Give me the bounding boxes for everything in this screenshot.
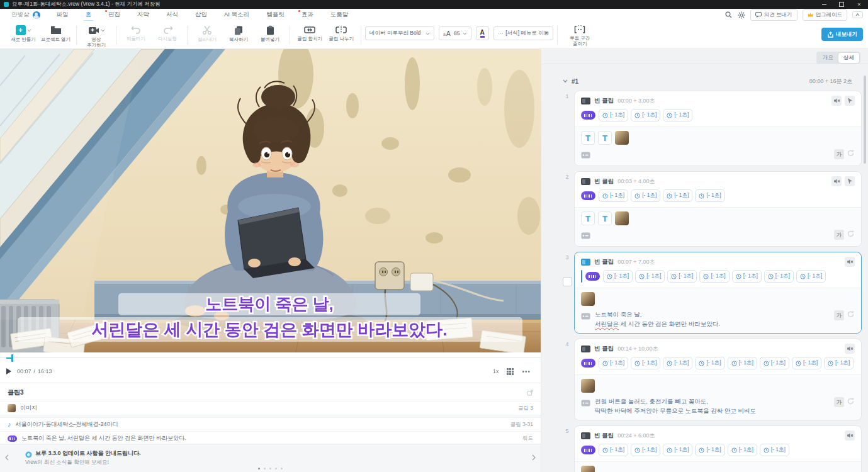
- time-chip[interactable]: [- 1초]: [760, 357, 789, 369]
- minimize-button[interactable]: [815, 0, 833, 9]
- profile[interactable]: 안병삼: [11, 11, 40, 19]
- image-asset[interactable]: [581, 292, 595, 306]
- text-asset[interactable]: T: [581, 131, 595, 145]
- subtitle-text[interactable]: [595, 149, 830, 156]
- time-chip[interactable]: [- 1초]: [695, 444, 724, 456]
- subtitle-text[interactable]: 노트북이 죽은 날,서린달은 세 시간 동안 검은 화면만 바라보았다.: [595, 310, 830, 329]
- menu-edit[interactable]: 편집: [108, 11, 120, 19]
- time-chip[interactable]: [- 1초]: [732, 270, 762, 283]
- announcement-title[interactable]: 브루 3.3.0 업데이트 사항을 안내드립니다.: [35, 449, 141, 458]
- detail-row-music[interactable]: ♪ 서울이야기-동대세탁소-전체배경-24마디 클립 3-31: [0, 417, 541, 431]
- time-chip[interactable]: [- 1초]: [699, 270, 729, 283]
- undo-button[interactable]: 되돌리기: [120, 25, 152, 43]
- font-style-button[interactable]: 가: [834, 149, 844, 159]
- time-chip[interactable]: [- 1초]: [792, 357, 821, 369]
- time-chip[interactable]: [- 1초]: [663, 109, 692, 121]
- time-chip[interactable]: [- 1초]: [663, 357, 692, 369]
- tab-detail[interactable]: 상세: [838, 53, 859, 63]
- detail-row-voice[interactable]: 노트북이 죽은 날, 서린달은 세 시간 동안 검은 화면만 바라보았다. 워드: [0, 431, 541, 445]
- refresh-icon[interactable]: [847, 310, 855, 321]
- detail-row-image[interactable]: 이미지 클립 3: [0, 401, 541, 415]
- ai-voice-icon[interactable]: [581, 191, 595, 200]
- time-chip[interactable]: [- 1초]: [663, 189, 692, 202]
- ai-voice-icon[interactable]: [581, 446, 595, 454]
- maximize-button[interactable]: [833, 0, 850, 9]
- search-icon[interactable]: [725, 11, 733, 19]
- open-project-button[interactable]: 프로젝트 열기: [39, 25, 72, 43]
- play-button[interactable]: [6, 368, 11, 374]
- collapse-toolbar-button[interactable]: [852, 11, 863, 18]
- cut-button[interactable]: 잘라내기: [191, 25, 223, 43]
- refresh-icon[interactable]: [847, 149, 855, 160]
- time-chip[interactable]: [- 1초]: [631, 109, 660, 121]
- clip-card[interactable]: 빈 클립 00:03 + 4.00초 [- 1초][- 1초][- 1초][- …: [574, 171, 862, 247]
- time-chip[interactable]: [- 1초]: [599, 189, 628, 202]
- image-asset[interactable]: [615, 131, 629, 145]
- time-chip[interactable]: [- 1초]: [796, 270, 826, 283]
- menu-ai-voice[interactable]: AI 목소리: [224, 11, 249, 19]
- time-chip[interactable]: [- 1초]: [635, 270, 665, 283]
- time-chip[interactable]: [- 1초]: [599, 109, 628, 121]
- font-color-button[interactable]: A: [476, 26, 489, 40]
- feedback-button[interactable]: 의견 보내기: [750, 9, 798, 21]
- time-chip[interactable]: [- 1초]: [728, 357, 757, 369]
- menu-insert[interactable]: 삽입: [195, 11, 207, 19]
- time-chip[interactable]: [- 1초]: [631, 189, 660, 202]
- time-chip[interactable]: [- 1초]: [695, 189, 724, 202]
- time-chip[interactable]: [- 1초]: [764, 270, 794, 283]
- subtitle-text[interactable]: 전원 버튼을 눌러도, 충전기를 빼고 꽂아도,딱딱한 바닥에 주저앉아 무릎으…: [595, 396, 830, 415]
- close-button[interactable]: ×: [850, 0, 868, 9]
- time-chip[interactable]: [- 1초]: [631, 444, 660, 456]
- tab-overview[interactable]: 개요: [818, 53, 838, 63]
- time-chip[interactable]: [- 1초]: [663, 444, 692, 456]
- image-asset[interactable]: [581, 466, 595, 472]
- reduce-silence-button[interactable]: 무음 구간 줄이기: [561, 25, 598, 47]
- new-project-button[interactable]: + 새로 만들기: [8, 25, 39, 43]
- avatar[interactable]: [33, 11, 40, 19]
- add-video-button[interactable]: 영상 추가하기: [81, 25, 112, 48]
- announcement-pagination-dots[interactable]: [0, 468, 541, 469]
- cursor-icon[interactable]: [845, 96, 855, 106]
- time-chip[interactable]: [- 1초]: [728, 444, 757, 456]
- time-chip[interactable]: [- 1초]: [667, 270, 697, 283]
- goto-format-menu-button[interactable]: ··· [서식] 메뉴로 이동: [493, 26, 553, 40]
- text-asset[interactable]: T: [598, 131, 612, 145]
- font-family-select[interactable]: 네이버 마루부리 Bold: [365, 26, 434, 40]
- section-header[interactable]: #1 00:00 + 16분 2초: [541, 74, 868, 88]
- time-chip[interactable]: [- 1초]: [599, 357, 628, 369]
- gear-icon[interactable]: [738, 11, 745, 19]
- time-chip[interactable]: [- 1초]: [631, 357, 660, 369]
- menu-home[interactable]: 홈: [86, 11, 92, 19]
- text-asset[interactable]: T: [598, 211, 612, 225]
- announcement-prev-icon[interactable]: [5, 454, 9, 462]
- clip-card[interactable]: 빈 클립 00:00 + 3.00초 [- 1초][- 1초][- 1초] TT: [574, 91, 862, 166]
- ai-voice-icon[interactable]: [581, 359, 595, 368]
- mute-speaker-icon[interactable]: [831, 96, 842, 106]
- time-chip[interactable]: [- 1초]: [760, 444, 789, 456]
- export-button[interactable]: 내보내기: [821, 28, 863, 41]
- font-style-button[interactable]: 가: [834, 310, 844, 320]
- seek-bar[interactable]: [0, 352, 541, 362]
- more-options-icon[interactable]: •••: [522, 368, 531, 375]
- mute-speaker-icon[interactable]: [845, 430, 855, 441]
- subtitle-text[interactable]: [595, 229, 830, 237]
- cursor-icon[interactable]: [845, 176, 855, 186]
- grid-view-icon[interactable]: [507, 368, 514, 375]
- upgrade-button[interactable]: 업그레이드: [803, 9, 848, 21]
- copy-button[interactable]: 복사하기: [223, 25, 254, 43]
- ai-voice-icon[interactable]: [581, 111, 595, 120]
- merge-clips-button[interactable]: 클립 합치기: [294, 25, 325, 43]
- announcement-next-icon[interactable]: [532, 454, 536, 462]
- menu-help[interactable]: 도움말: [330, 11, 349, 19]
- playhead[interactable]: [6, 354, 14, 362]
- text-asset[interactable]: T: [581, 211, 595, 225]
- image-asset[interactable]: [615, 211, 629, 225]
- image-asset[interactable]: [581, 379, 595, 393]
- ai-voice-icon[interactable]: [585, 272, 600, 281]
- menu-file[interactable]: 파일: [57, 11, 69, 19]
- font-size-select[interactable]: aA 85: [439, 26, 471, 40]
- menu-subtitle[interactable]: 자막: [137, 11, 149, 19]
- paste-button[interactable]: 붙여넣기: [254, 25, 286, 43]
- time-chip[interactable]: [- 1초]: [603, 270, 633, 283]
- split-clip-button[interactable]: 클립 나누기: [325, 25, 357, 43]
